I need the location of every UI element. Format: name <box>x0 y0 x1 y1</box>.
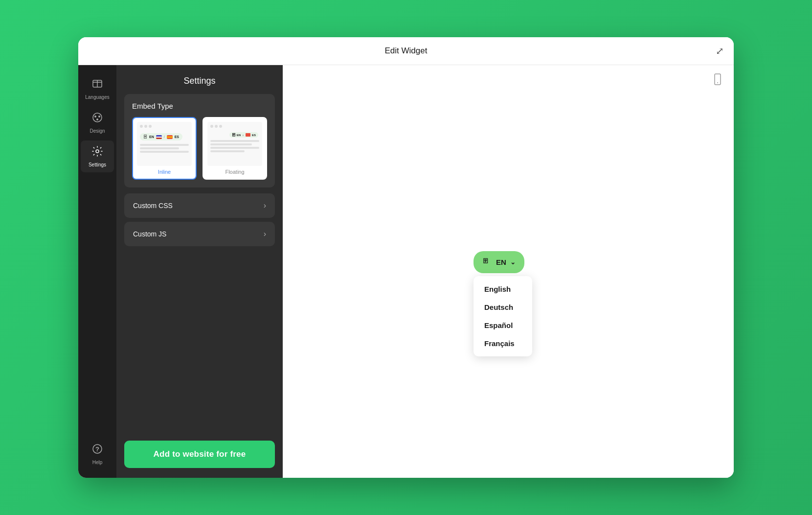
expand-icon[interactable]: ⤢ <box>716 45 724 57</box>
preview-bar-1 <box>140 144 189 146</box>
custom-js-row[interactable]: Custom JS › <box>124 222 275 246</box>
fbar2 <box>210 143 252 145</box>
preview-bar-2 <box>140 147 179 149</box>
inline-label: Inline <box>137 169 192 175</box>
svg-text:🈂: 🈂 <box>483 258 488 264</box>
help-icon: ? <box>91 443 103 458</box>
svg-point-4 <box>94 116 96 117</box>
settings-panel-title: Settings <box>116 65 283 94</box>
add-to-website-button[interactable]: Add to website for free <box>124 441 275 468</box>
embed-options: 🈂 EN / ES <box>132 117 267 180</box>
svg-point-11 <box>717 82 718 83</box>
embed-type-title: Embed Type <box>132 102 267 110</box>
lang-option-english[interactable]: English <box>474 280 532 298</box>
embed-option-inline[interactable]: 🈂 EN / ES <box>132 117 197 180</box>
svg-point-6 <box>96 118 98 120</box>
icon-bar: Languages Design <box>78 65 116 478</box>
svg-point-5 <box>98 116 100 117</box>
modal-body: Languages Design <box>78 65 734 478</box>
embed-option-floating[interactable]: 🈂 EN ∨ ES <box>203 117 267 180</box>
sidebar-item-languages[interactable]: Languages <box>81 73 114 105</box>
edit-widget-modal: Edit Widget ⤢ Languages <box>78 37 734 478</box>
svg-point-3 <box>93 113 102 122</box>
settings-content: Embed Type <box>116 94 283 433</box>
design-label: Design <box>90 128 105 134</box>
language-dropdown: English Deutsch Español Français <box>474 276 532 356</box>
preview-bar-3 <box>140 151 189 153</box>
svg-text:?: ? <box>95 445 99 453</box>
language-toggle-button[interactable]: 🈂 EN ⌄ <box>474 251 524 273</box>
sidebar-item-design[interactable]: Design <box>81 107 114 139</box>
sidebar-item-help[interactable]: ? Help <box>81 438 114 470</box>
lang-button-text: EN <box>496 258 506 266</box>
settings-footer: Add to website for free <box>116 433 283 478</box>
settings-panel: Settings Embed Type <box>116 65 283 478</box>
preview-area: 🈂 EN ⌄ English Deutsch Español Français <box>283 65 734 478</box>
mobile-preview-icon[interactable] <box>711 73 724 89</box>
settings-label: Settings <box>89 162 106 167</box>
languages-label: Languages <box>85 94 110 100</box>
inline-preview: 🈂 EN / ES <box>137 122 192 166</box>
chevron-down-icon: ⌄ <box>510 258 516 266</box>
fbar1 <box>210 140 259 142</box>
settings-icon <box>91 145 103 160</box>
design-icon <box>91 112 103 126</box>
dot2 <box>144 125 147 128</box>
language-widget: 🈂 EN ⌄ English Deutsch Español Français <box>474 251 532 356</box>
embed-type-section: Embed Type <box>124 94 275 187</box>
help-label: Help <box>92 460 103 465</box>
lang-option-deutsch[interactable]: Deutsch <box>474 298 532 316</box>
fdot3 <box>219 125 222 128</box>
lang-option-francais[interactable]: Français <box>474 334 532 352</box>
floating-preview: 🈂 EN ∨ ES <box>207 122 262 166</box>
svg-point-7 <box>96 150 99 153</box>
custom-css-label: Custom CSS <box>133 202 173 210</box>
custom-js-chevron: › <box>264 230 266 238</box>
preview-dots-inline <box>140 125 189 128</box>
fdot1 <box>210 125 213 128</box>
dot3 <box>149 125 152 128</box>
modal-header: Edit Widget ⤢ <box>78 37 734 65</box>
fbar4 <box>210 150 245 152</box>
sidebar-item-settings[interactable]: Settings <box>81 140 114 172</box>
custom-js-label: Custom JS <box>133 230 166 238</box>
floating-label: Floating <box>207 169 262 175</box>
custom-css-row[interactable]: Custom CSS › <box>124 193 275 218</box>
lang-option-espanol[interactable]: Español <box>474 316 532 334</box>
fdot2 <box>215 125 218 128</box>
fbar3 <box>210 147 259 149</box>
languages-icon <box>91 78 103 93</box>
dot1 <box>140 125 143 128</box>
custom-css-chevron: › <box>264 201 266 210</box>
preview-dots-floating <box>210 125 259 128</box>
modal-title: Edit Widget <box>385 46 428 56</box>
translate-icon: 🈂 <box>482 256 492 268</box>
